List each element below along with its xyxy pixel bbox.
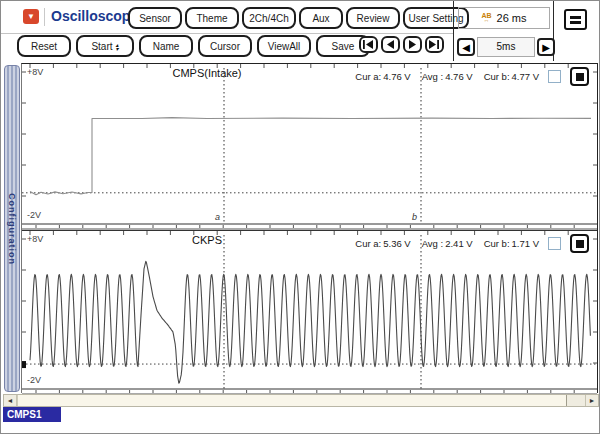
- channel-2-top-scale-label: +8V: [27, 234, 43, 244]
- skip-to-start-icon: [363, 40, 374, 49]
- channel-2-title: CKPS: [127, 234, 287, 246]
- horizontal-scrollbar[interactable]: ◄ ►: [3, 394, 599, 407]
- step-back-button[interactable]: [381, 36, 400, 53]
- timebase-value: 5ms: [477, 37, 535, 57]
- scrollbar-left-arrow[interactable]: ◄: [4, 395, 17, 406]
- step-forward-icon: [408, 40, 417, 49]
- page-title: Oscilloscope: [51, 8, 138, 24]
- channel-2-readouts: Cur a:5.36 V Avg :2.41 V Cur b:1.71 V: [353, 234, 589, 253]
- start-button[interactable]: Start▴▾: [76, 35, 134, 57]
- scope-area: +8V -2V CMPS(Intake) Cur a:4.76 V Avg :4…: [21, 63, 598, 393]
- timebase-control: ◀ 5ms ▶: [457, 37, 555, 57]
- channel-1-checkbox[interactable]: [548, 70, 561, 83]
- bottom-tab-cmps1[interactable]: CMPS1: [3, 407, 61, 422]
- channel-2-cur-b: 1.71 V: [512, 238, 539, 249]
- cursor-button[interactable]: Cursor: [198, 35, 252, 57]
- aux-button[interactable]: Aux: [299, 7, 343, 29]
- channel-1-waveform: [22, 64, 597, 230]
- step-forward-button[interactable]: [403, 36, 422, 53]
- cursor-time-value: 26 ms: [497, 12, 527, 24]
- channel-1-style-button[interactable]: [570, 67, 589, 86]
- oscilloscope-window: ▼ Oscilloscope Sensor Theme 2Ch/4Ch Aux …: [0, 0, 600, 434]
- channel-1-cur-a: 4.76 V: [383, 71, 410, 82]
- channel-1-bottom-scale-label: -2V: [27, 210, 41, 220]
- solid-square-icon: [576, 73, 584, 81]
- channel-2-style-button[interactable]: [570, 234, 589, 253]
- start-spinner-icon: ▴▾: [116, 43, 119, 51]
- channel-2-bottom-scale-label: -2V: [27, 375, 41, 385]
- channel-1-readouts: Cur a:4.76 V Avg :4.76 V Cur b:4.77 V: [353, 67, 589, 86]
- app-menu-icon[interactable]: ▼: [23, 9, 39, 24]
- channel-2-avg: 2.41 V: [445, 238, 472, 249]
- scrollbar-right-arrow[interactable]: ►: [585, 395, 598, 406]
- theme-button[interactable]: Theme: [185, 7, 239, 29]
- window-layout-icon[interactable]: [564, 9, 587, 30]
- channel-1-avg: 4.76 V: [445, 71, 472, 82]
- skip-to-start-button[interactable]: [359, 36, 378, 53]
- toolbar-row1: Sensor Theme 2Ch/4Ch Aux Review User Set…: [128, 7, 469, 29]
- configuration-tab-label: Configuration: [7, 193, 17, 265]
- channel-2-cur-a: 5.36 V: [383, 238, 410, 249]
- skip-to-end-icon: [429, 40, 440, 49]
- name-button[interactable]: Name: [139, 35, 193, 57]
- cursor-b-label[interactable]: b: [412, 212, 417, 222]
- channel-2-checkbox[interactable]: [548, 237, 561, 250]
- review-button[interactable]: Review: [346, 7, 400, 29]
- configuration-tab[interactable]: Configuration: [4, 65, 20, 392]
- ab-cursor-icon: AB↔: [481, 13, 491, 23]
- skip-to-end-button[interactable]: [425, 36, 444, 53]
- solid-square-icon: [576, 240, 584, 248]
- toolbar-divider-left: [453, 1, 454, 61]
- playback-controls: [359, 36, 444, 53]
- reset-button[interactable]: Reset: [17, 35, 71, 57]
- cursor-a-label[interactable]: a: [215, 212, 220, 222]
- viewall-button[interactable]: ViewAll: [257, 35, 311, 57]
- cursor-time-display: AB↔ 26 ms: [458, 7, 550, 29]
- channel-1-cur-b: 4.77 V: [512, 71, 539, 82]
- step-back-icon: [386, 40, 395, 49]
- toolbar-separator: [1, 33, 453, 34]
- channel-1-top-scale-label: +8V: [27, 67, 43, 77]
- channel-2-plot[interactable]: +8V -2V CKPS Cur a:5.36 V Avg :2.41 V Cu…: [22, 230, 597, 395]
- scrollbar-thumb[interactable]: [17, 395, 567, 406]
- timebase-decrease-button[interactable]: ◀: [457, 38, 475, 56]
- channel-1-plot[interactable]: +8V -2V CMPS(Intake) Cur a:4.76 V Avg :4…: [22, 64, 597, 230]
- timebase-increase-button[interactable]: ▶: [537, 38, 555, 56]
- sensor-button[interactable]: Sensor: [128, 7, 182, 29]
- channel-2-waveform: [22, 231, 597, 395]
- channel-1-title: CMPS(Intake): [127, 67, 287, 79]
- toolbar-row2: Reset Start▴▾ Name Cursor ViewAll Save: [17, 35, 370, 57]
- title-divider: [44, 8, 45, 26]
- channel-mode-button[interactable]: 2Ch/4Ch: [242, 7, 296, 29]
